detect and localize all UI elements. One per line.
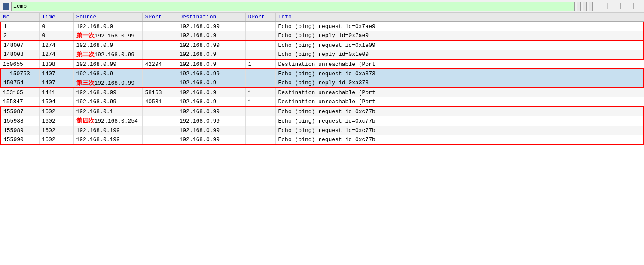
cell-destination: 192.168.0.9	[177, 50, 245, 59]
cell-time: 1274	[39, 50, 73, 59]
cell-time: 1407	[39, 78, 73, 88]
cell-sport	[142, 116, 177, 126]
cell-no: 155847	[0, 97, 39, 107]
table-row[interactable]: 1558471504192.168.0.9940531192.168.0.91D…	[0, 97, 644, 107]
cell-time: 1441	[39, 88, 73, 97]
cell-sport: 58163	[142, 88, 177, 97]
cell-sport	[142, 107, 177, 116]
cell-source: 第四次192.168.0.254	[73, 116, 142, 126]
cell-source: 第二次192.168.0.99	[73, 50, 142, 59]
cell-no: 155987	[0, 107, 39, 116]
col-header-source: Source	[73, 13, 142, 22]
cell-sport	[142, 50, 177, 59]
cell-dport	[245, 107, 275, 116]
cell-no: → 150753	[0, 69, 39, 78]
col-header-no: No.	[0, 13, 39, 22]
filter-bar: | | |	[0, 0, 644, 13]
cell-time: 0	[39, 22, 73, 31]
cell-sport	[142, 126, 177, 135]
filter-dropdown-button[interactable]	[589, 2, 593, 11]
col-header-dport: DPort	[245, 13, 275, 22]
cell-time: 1407	[39, 69, 73, 78]
cell-time: 1308	[39, 59, 73, 69]
cell-source: 192.168.0.99	[73, 97, 142, 107]
filter-input[interactable]	[11, 2, 575, 11]
cell-info: Destination unreachable (Port	[275, 88, 644, 97]
table-row[interactable]: 20第一次192.168.0.99192.168.0.9Echo (ping) …	[0, 31, 644, 40]
table-row[interactable]: 1507541407第三次192.168.0.99192.168.0.9Echo…	[0, 78, 644, 88]
table-row[interactable]: 1559891602192.168.0.199192.168.0.99Echo …	[0, 126, 644, 135]
col-header-time: Time	[39, 13, 73, 22]
cell-destination: 192.168.0.99	[177, 22, 245, 31]
table-row[interactable]: 1480081274第二次192.168.0.99192.168.0.9Echo…	[0, 50, 644, 59]
cell-destination: 192.168.0.9	[177, 97, 245, 107]
cell-dport	[245, 40, 275, 50]
cell-destination: 192.168.0.99	[177, 69, 245, 78]
cell-info: Echo (ping) request id=0xc77b	[275, 116, 644, 126]
cell-no: 148008	[0, 50, 39, 59]
cell-info: Destination unreachable (Port	[275, 97, 644, 107]
cell-dport	[245, 50, 275, 59]
cell-dport	[245, 126, 275, 135]
cell-no: 155989	[0, 126, 39, 135]
table-row[interactable]: 1480071274192.168.0.9192.168.0.99Echo (p…	[0, 40, 644, 50]
cell-source: 192.168.0.99	[73, 88, 142, 97]
table-header-row: No. Time Source SPort Destination DPort …	[0, 13, 644, 22]
cell-destination: 192.168.0.99	[177, 116, 245, 126]
cell-time: 1504	[39, 97, 73, 107]
cell-info: Echo (ping) reply id=0x1e09	[275, 50, 644, 59]
table-row[interactable]: 10192.168.0.9192.168.0.99Echo (ping) req…	[0, 22, 644, 31]
cell-sport: 42294	[142, 59, 177, 69]
cell-info: Destination unreachable (Port	[275, 59, 644, 69]
filter-icon	[3, 3, 9, 10]
table-row[interactable]: 1559901602192.168.0.199192.168.0.99Echo …	[0, 135, 644, 145]
cell-source: 192.168.0.1	[73, 107, 142, 116]
row-arrow-icon: →	[3, 71, 6, 77]
cell-source: 192.168.0.9	[73, 69, 142, 78]
col-header-dest: Destination	[177, 13, 245, 22]
apply-filter-button[interactable]	[583, 2, 587, 11]
separator-1: |	[605, 3, 611, 10]
cell-dport	[245, 78, 275, 88]
cell-no: 2	[0, 31, 39, 40]
cell-sport	[142, 69, 177, 78]
cell-dport	[245, 116, 275, 126]
packet-list: No. Time Source SPort Destination DPort …	[0, 13, 644, 265]
col-header-sport: SPort	[142, 13, 177, 22]
cell-dport: 1	[245, 88, 275, 97]
cell-sport	[142, 22, 177, 31]
table-row[interactable]: 1531651441192.168.0.9958163192.168.0.91D…	[0, 88, 644, 97]
cell-info: Echo (ping) reply id=0xa373	[275, 78, 644, 88]
table-row[interactable]: 1559881602第四次192.168.0.254192.168.0.99Ec…	[0, 116, 644, 126]
cell-dport	[245, 135, 275, 145]
cell-no: 148007	[0, 40, 39, 50]
cell-source: 192.168.0.9	[73, 22, 142, 31]
annotation-label: 第四次	[76, 117, 95, 124]
cell-info: Echo (ping) request id=0x7ae9	[275, 22, 644, 31]
cell-sport	[142, 78, 177, 88]
table-row[interactable]: 1559871602192.168.0.1192.168.0.99Echo (p…	[0, 107, 644, 116]
cell-sport	[142, 31, 177, 40]
cell-destination: 192.168.0.99	[177, 40, 245, 50]
cell-sport	[142, 40, 177, 50]
separator-3: |	[630, 3, 636, 10]
annotation-label: 第二次	[76, 51, 95, 58]
cell-source: 192.168.0.9	[73, 40, 142, 50]
clear-filter-button[interactable]	[577, 2, 581, 11]
annotation-label: 第三次	[76, 79, 95, 86]
cell-destination: 192.168.0.99	[177, 107, 245, 116]
cell-source: 第三次192.168.0.99	[73, 78, 142, 88]
cell-destination: 192.168.0.99	[177, 126, 245, 135]
cell-info: Echo (ping) reply id=0x7ae9	[275, 31, 644, 40]
table-row[interactable]: 1506551308192.168.0.9942294192.168.0.91D…	[0, 59, 644, 69]
cell-source: 192.168.0.99	[73, 59, 142, 69]
cell-destination: 192.168.0.9	[177, 59, 245, 69]
cell-info: Echo (ping) request id=0xc77b	[275, 126, 644, 135]
annotation-label: 第一次	[76, 32, 95, 39]
table-row[interactable]: → 1507531407192.168.0.9192.168.0.99Echo …	[0, 69, 644, 78]
cell-info: Echo (ping) request id=0xc77b	[275, 107, 644, 116]
cell-dport: 1	[245, 97, 275, 107]
cell-time: 1602	[39, 126, 73, 135]
cell-info: Echo (ping) request id=0x1e09	[275, 40, 644, 50]
cell-time: 0	[39, 31, 73, 40]
